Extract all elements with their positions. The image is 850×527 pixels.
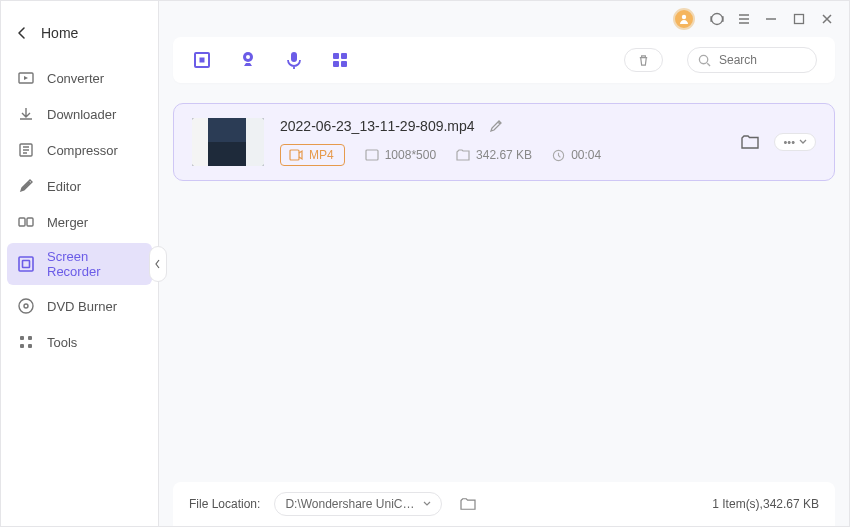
home-label: Home (41, 25, 78, 41)
search-input[interactable] (717, 52, 806, 68)
nav-label: Editor (47, 179, 81, 194)
nav-label: Screen Recorder (47, 249, 142, 279)
menu-icon[interactable] (737, 12, 751, 26)
recording-item[interactable]: 2022-06-23_13-11-29-809.mp4 MP4 1008*500 (173, 103, 835, 181)
svg-rect-4 (27, 218, 33, 226)
sidebar-item-screen-recorder[interactable]: Screen Recorder (7, 243, 152, 285)
svg-marker-1 (24, 76, 28, 80)
close-icon[interactable] (821, 13, 835, 25)
resolution-meta: 1008*500 (365, 148, 436, 162)
nav-label: DVD Burner (47, 299, 117, 314)
nav-label: Converter (47, 71, 104, 86)
titlebar (159, 1, 849, 37)
svg-rect-27 (366, 150, 378, 160)
home-nav[interactable]: Home (1, 7, 158, 59)
sidebar-item-compressor[interactable]: Compressor (7, 135, 152, 165)
item-body: 2022-06-23_13-11-29-809.mp4 MP4 1008*500 (280, 118, 722, 166)
nav-label: Downloader (47, 107, 116, 122)
screen-recorder-icon (17, 255, 35, 273)
minimize-icon[interactable] (765, 13, 779, 25)
video-thumbnail (192, 118, 264, 166)
svg-point-8 (24, 304, 28, 308)
svg-rect-20 (291, 52, 297, 62)
open-folder-icon[interactable] (738, 130, 762, 154)
screen-record-mode-icon[interactable] (191, 49, 213, 71)
svg-rect-26 (290, 150, 299, 160)
svg-rect-22 (341, 53, 347, 59)
file-location-label: File Location: (189, 497, 260, 511)
nav-label: Tools (47, 335, 77, 350)
svg-rect-9 (20, 336, 24, 340)
editor-icon (17, 177, 35, 195)
edit-filename-icon[interactable] (489, 119, 503, 133)
more-icon: ••• (783, 136, 795, 148)
back-icon (17, 27, 27, 39)
svg-rect-23 (333, 61, 339, 67)
sidebar-collapse-handle[interactable] (149, 246, 167, 282)
svg-rect-17 (200, 58, 205, 63)
webcam-record-mode-icon[interactable] (237, 49, 259, 71)
svg-rect-12 (28, 344, 32, 348)
duration-meta: 00:04 (552, 148, 601, 162)
main-panel: 2022-06-23_13-11-29-809.mp4 MP4 1008*500 (159, 1, 849, 526)
tools-icon (17, 333, 35, 351)
sidebar-item-converter[interactable]: Converter (7, 63, 152, 93)
svg-rect-5 (19, 257, 33, 271)
svg-rect-3 (19, 218, 25, 226)
footer-bar: File Location: D:\Wondershare UniConvert… (173, 482, 835, 526)
dvd-burner-icon (17, 297, 35, 315)
svg-point-14 (712, 14, 723, 25)
recorder-toolbar (173, 37, 835, 83)
footer-summary: 1 Item(s),342.67 KB (712, 497, 819, 511)
item-actions: ••• (738, 130, 816, 154)
search-box[interactable] (687, 47, 817, 73)
filesize-meta: 342.67 KB (456, 148, 532, 162)
merger-icon (17, 213, 35, 231)
compressor-icon (17, 141, 35, 159)
format-badge[interactable]: MP4 (280, 144, 345, 166)
converter-icon (17, 69, 35, 87)
apps-grid-mode-icon[interactable] (329, 49, 351, 71)
file-location-select[interactable]: D:\Wondershare UniConverter 1 (274, 492, 442, 516)
sidebar-item-merger[interactable]: Merger (7, 207, 152, 237)
svg-point-13 (682, 15, 686, 19)
audio-record-mode-icon[interactable] (283, 49, 305, 71)
maximize-icon[interactable] (793, 13, 807, 25)
svg-rect-6 (23, 261, 30, 268)
svg-rect-21 (333, 53, 339, 59)
svg-point-25 (699, 55, 707, 63)
support-icon[interactable] (709, 11, 723, 27)
nav-list: Converter Downloader Compressor Editor (1, 59, 158, 361)
sidebar-item-editor[interactable]: Editor (7, 171, 152, 201)
nav-label: Merger (47, 215, 88, 230)
sidebar-item-tools[interactable]: Tools (7, 327, 152, 357)
svg-point-7 (19, 299, 33, 313)
downloader-icon (17, 105, 35, 123)
sidebar-item-downloader[interactable]: Downloader (7, 99, 152, 129)
user-avatar[interactable] (673, 8, 695, 30)
svg-rect-11 (20, 344, 24, 348)
sidebar-item-dvd-burner[interactable]: DVD Burner (7, 291, 152, 321)
svg-rect-24 (341, 61, 347, 67)
sidebar: Home Converter Downloader Compressor (1, 1, 159, 526)
format-label: MP4 (309, 148, 334, 162)
search-icon (698, 54, 711, 67)
file-location-path: D:\Wondershare UniConverter 1 (285, 497, 415, 511)
more-actions-button[interactable]: ••• (774, 133, 816, 151)
delete-button[interactable] (624, 48, 663, 72)
svg-rect-15 (795, 15, 804, 24)
svg-point-19 (246, 55, 250, 59)
browse-folder-icon[interactable] (456, 492, 480, 516)
item-filename: 2022-06-23_13-11-29-809.mp4 (280, 118, 475, 134)
nav-label: Compressor (47, 143, 118, 158)
svg-rect-10 (28, 336, 32, 340)
